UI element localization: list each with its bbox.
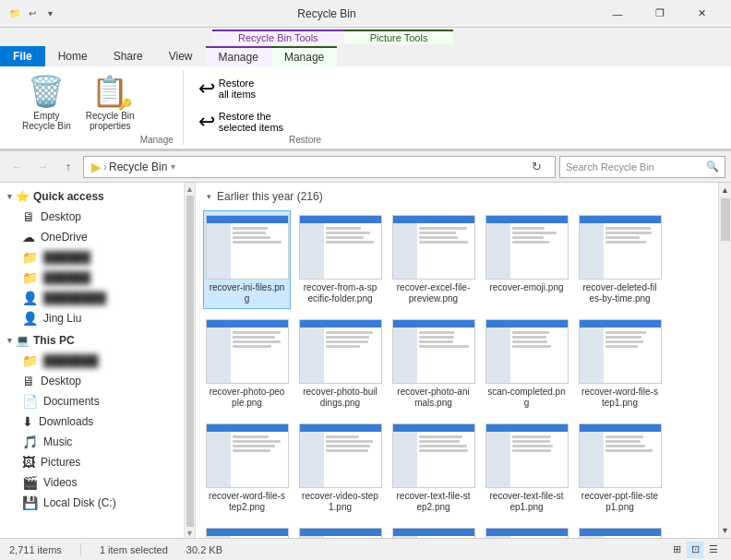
file-item-2[interactable]: recover-from-a-specific-folder.png: [296, 210, 384, 309]
file-thumb-12: [299, 423, 382, 488]
sidebar-item-label-blurred3: ████████: [43, 292, 106, 304]
sidebar-quickaccess-header[interactable]: ▾ ⭐ Quick access: [0, 186, 184, 207]
file-item-18[interactable]: recover-photo-step1.png: [389, 523, 477, 538]
address-input[interactable]: ▶ › Recycle Bin ▾ ↻: [83, 156, 556, 178]
file-item-19[interactable]: recover-pdf-file-step2.png: [483, 523, 570, 538]
file-thumb-6: [206, 319, 289, 384]
path-separator: ›: [103, 161, 107, 173]
view-icon-tiles[interactable]: ⊞: [668, 542, 685, 558]
videos-icon: 🎬: [22, 475, 38, 490]
maximize-button[interactable]: ❐: [639, 0, 681, 28]
ribbon-buttons-manage: 🗑️ EmptyRecycle Bin 📋🔑 Recycle Binproper…: [17, 70, 140, 135]
tab-home[interactable]: Home: [45, 46, 101, 66]
vscroll-up-btn[interactable]: ▲: [718, 183, 731, 197]
sidebar-item-blurred-pc[interactable]: 📁 ███████: [0, 351, 184, 371]
sidebar: ▾ ⭐ Quick access 🖥 Desktop ☁ OneDrive 📁 …: [0, 183, 185, 538]
recycle-bin-properties-button[interactable]: 📋🔑 Recycle Binproperties: [80, 70, 140, 135]
sidebar-thispc-header[interactable]: ▾ 💻 This PC: [0, 330, 184, 351]
left-scroll-panel: ▲ ▼: [185, 183, 196, 538]
sidebar-item-blurred1[interactable]: 📁 ██████: [0, 247, 184, 268]
sidebar-item-desktop[interactable]: 🖥 Desktop: [0, 207, 184, 227]
file-item-9[interactable]: scan-completed.png: [483, 315, 570, 413]
file-name-5: recover-deleted-files-by-time.png: [581, 282, 659, 304]
sidebar-item-pictures[interactable]: 🖼 Pictures: [0, 452, 184, 472]
file-thumb-1: [206, 215, 289, 280]
sidebar-item-onedrive[interactable]: ☁ OneDrive: [0, 227, 184, 247]
sidebar-item-blurred2[interactable]: 📁 ██████: [0, 268, 184, 288]
file-item-12[interactable]: recover-video-step1.png: [296, 419, 384, 518]
file-item-17[interactable]: recover-data-step3-Copy.png: [296, 523, 384, 538]
tab-view[interactable]: View: [156, 46, 206, 66]
title-bar: 📁 ↩ ▾ Recycle Bin — ❐ ✕: [0, 0, 731, 28]
sidebar-item-localdisk[interactable]: 💾 Local Disk (C:): [0, 493, 184, 513]
file-thumb-11: [206, 423, 289, 488]
view-icon-list[interactable]: ☰: [705, 542, 722, 558]
forward-button[interactable]: →: [31, 156, 54, 178]
file-name-13: recover-text-file-step2.png: [394, 491, 473, 513]
sidebar-item-documents[interactable]: 📄 Documents: [0, 391, 184, 411]
vscroll-down-btn[interactable]: ▼: [718, 523, 731, 538]
up-button[interactable]: ↑: [57, 156, 79, 178]
tab-manage-picture[interactable]: Manage: [271, 46, 337, 66]
tab-share[interactable]: Share: [101, 46, 156, 66]
vscroll-thumb[interactable]: [721, 198, 730, 241]
restore-all-icon: ↩: [198, 77, 215, 101]
file-item-10[interactable]: recover-word-file-step1.png: [576, 315, 664, 413]
back-button[interactable]: ←: [6, 156, 28, 178]
file-item-3[interactable]: recover-excel-file-preview.png: [389, 210, 477, 309]
file-name-1: recover-ini-files.png: [208, 282, 286, 304]
file-item-8[interactable]: recover-photo-animals.png: [389, 315, 477, 413]
sidebar-item-label-thispc: This PC: [33, 334, 75, 347]
path-dropdown-arrow[interactable]: ▾: [171, 161, 175, 172]
file-item-6[interactable]: recover-photo-people.png: [203, 315, 291, 413]
sidebar-item-label-documents: Documents: [43, 395, 100, 408]
file-item-7[interactable]: recover-photo-buildings.png: [296, 315, 384, 413]
refresh-button[interactable]: ↻: [525, 156, 547, 178]
scroll-thumb[interactable]: [186, 196, 194, 527]
scroll-down-arrow[interactable]: ▼: [186, 529, 194, 538]
file-item-20[interactable]: recover-pdf-file-step1.png: [576, 523, 664, 538]
pictures-icon: 🖼: [22, 455, 35, 470]
file-thumb-4: [485, 215, 569, 280]
status-item-count: 2,711 items: [9, 544, 62, 555]
file-item-4[interactable]: recover-emoji.png: [483, 210, 570, 309]
file-item-11[interactable]: recover-word-file-step2.png: [203, 419, 291, 518]
sidebar-item-music[interactable]: 🎵 Music: [0, 432, 184, 452]
file-thumb-19: [485, 528, 569, 538]
restore-selected-button[interactable]: ↩ Restore theselected items: [193, 107, 289, 137]
window-title: Recycle Bin: [297, 7, 355, 20]
sidebar-item-label-localdisk: Local Disk (C:): [43, 496, 116, 509]
sidebar-item-videos[interactable]: 🎬 Videos: [0, 472, 184, 493]
sidebar-item-desktop-pc[interactable]: 🖥 Desktop: [0, 371, 184, 391]
section-chevron[interactable]: ▾: [207, 192, 211, 201]
empty-recycle-bin-button[interactable]: 🗑️ EmptyRecycle Bin: [17, 70, 77, 135]
file-item-15[interactable]: recover-ppt-file-step1.png: [576, 419, 664, 518]
scroll-up-arrow[interactable]: ▲: [186, 185, 194, 194]
sidebar-item-jingliu[interactable]: 👤 Jing Liu: [0, 308, 184, 328]
properties-label: Recycle Binproperties: [86, 111, 135, 131]
file-name-15: recover-ppt-file-step1.png: [581, 491, 659, 513]
file-item-1[interactable]: recover-ini-files.png: [203, 210, 291, 309]
view-icon-medium[interactable]: ⊡: [687, 542, 703, 558]
file-grid: recover-ini-files.pngrecover-from-a-spec…: [196, 207, 718, 538]
file-item-16[interactable]: recover-ppt-file-step2.png: [203, 523, 291, 538]
sidebar-item-downloads[interactable]: ⬇ Downloads: [0, 411, 184, 432]
file-thumb-15: [579, 423, 662, 488]
restore-all-items-button[interactable]: ↩ Restoreall items: [193, 74, 289, 103]
tab-manage-recycle[interactable]: Manage: [206, 46, 271, 66]
search-box[interactable]: Search Recycle Bin 🔍: [559, 156, 725, 178]
minimize-button[interactable]: —: [596, 0, 639, 28]
file-thumb-3: [392, 215, 475, 280]
sidebar-item-blurred3[interactable]: 👤 ████████: [0, 288, 184, 308]
documents-icon: 📄: [22, 394, 38, 409]
status-size: 30.2 KB: [186, 544, 222, 555]
file-item-13[interactable]: recover-text-file-step2.png: [389, 419, 477, 518]
section-header: ▾ Earlier this year (216): [196, 183, 718, 207]
file-item-14[interactable]: recover-text-file-step1.png: [483, 419, 570, 518]
file-thumb-20: [579, 528, 662, 538]
quick-access-icon: 📁: [7, 6, 22, 21]
close-button[interactable]: ✕: [681, 0, 724, 28]
file-item-5[interactable]: recover-deleted-files-by-time.png: [576, 210, 664, 309]
right-scrollbar[interactable]: ▲ ▼: [718, 183, 731, 538]
tab-file[interactable]: File: [0, 46, 45, 66]
